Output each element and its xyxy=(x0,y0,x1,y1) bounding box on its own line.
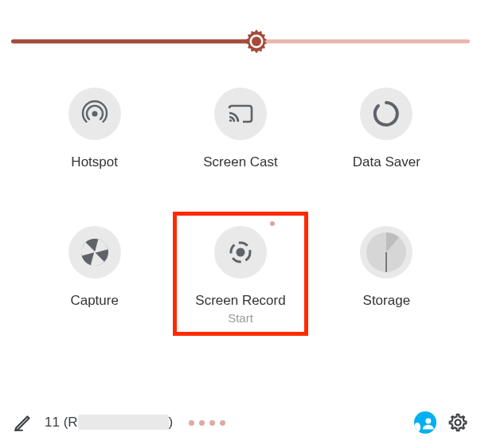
aperture-icon xyxy=(68,226,121,279)
svg-point-9 xyxy=(236,248,244,257)
tile-data-saver[interactable]: Data Saver xyxy=(318,88,456,170)
cast-icon xyxy=(214,88,267,140)
tile-label: Capture xyxy=(70,293,118,309)
settings-button[interactable] xyxy=(448,412,468,433)
quick-settings-grid: Hotspot Screen Cast Data Saver xyxy=(0,88,481,325)
svg-point-1 xyxy=(252,37,261,46)
tile-screen-record[interactable]: Screen Record Start xyxy=(171,226,309,324)
svg-point-3 xyxy=(229,119,232,122)
bottom-bar: 11 (Rxxxx) xyxy=(0,411,481,434)
svg-point-12 xyxy=(456,420,461,426)
slider-track xyxy=(11,40,470,44)
storage-icon xyxy=(360,226,413,279)
tile-hotspot[interactable]: Hotspot xyxy=(25,88,163,170)
data-saver-icon xyxy=(360,88,413,140)
record-icon xyxy=(214,226,267,279)
tile-label: Screen Record xyxy=(195,293,285,309)
tile-capture[interactable]: Capture xyxy=(25,226,163,324)
page-indicator[interactable] xyxy=(189,420,225,426)
slider-track-fill xyxy=(11,40,256,44)
tile-storage[interactable]: Storage xyxy=(318,226,456,324)
tile-label: Hotspot xyxy=(71,154,118,170)
account-icon[interactable] xyxy=(414,411,436,434)
hotspot-icon xyxy=(68,88,121,140)
edit-button[interactable] xyxy=(13,412,33,433)
record-indicator-dot xyxy=(270,221,275,226)
brightness-icon[interactable] xyxy=(242,27,271,56)
tile-label: Data Saver xyxy=(353,154,420,170)
version-text: 11 (Rxxxx) xyxy=(45,415,173,430)
tile-sublabel: Start xyxy=(228,311,253,325)
svg-point-11 xyxy=(426,418,432,423)
tile-label: Screen Cast xyxy=(203,154,278,170)
svg-point-2 xyxy=(92,111,97,117)
brightness-slider[interactable] xyxy=(11,32,470,51)
tile-screen-cast[interactable]: Screen Cast xyxy=(171,88,309,170)
tile-label: Storage xyxy=(363,293,411,309)
